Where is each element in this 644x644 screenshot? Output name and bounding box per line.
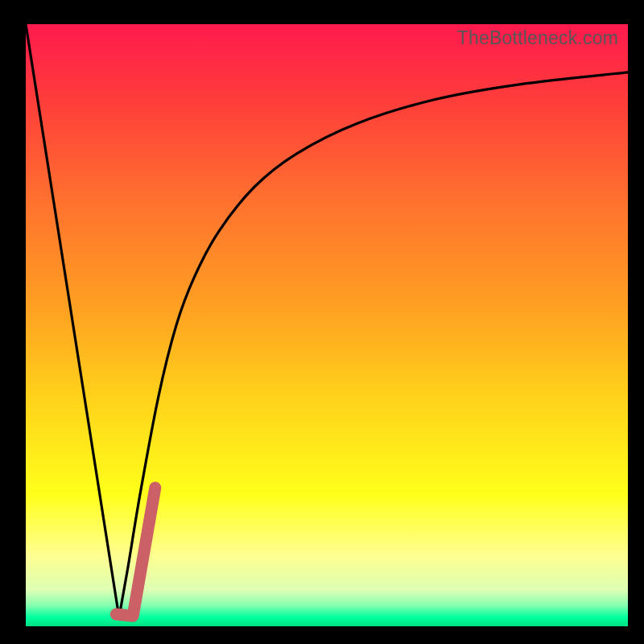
plot-area: TheBottleneck.com — [26, 24, 628, 626]
curve-layer — [26, 24, 628, 626]
chart-frame: TheBottleneck.com — [0, 0, 644, 644]
right-curve-path — [119, 72, 628, 617]
left-line-path — [26, 24, 119, 617]
